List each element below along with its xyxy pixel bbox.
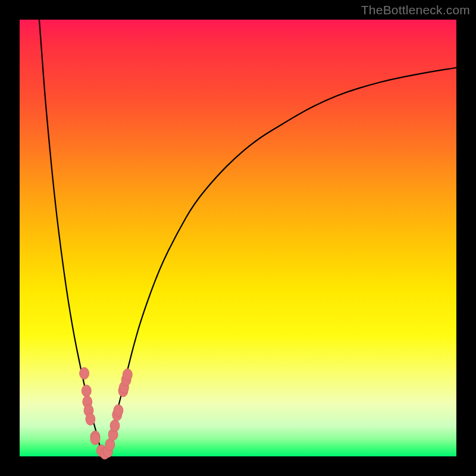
data-point bbox=[80, 368, 89, 380]
data-point bbox=[123, 369, 132, 381]
data-point bbox=[110, 420, 120, 432]
watermark-text: TheBottleneck.com bbox=[361, 3, 470, 17]
data-point bbox=[82, 385, 91, 397]
data-point bbox=[114, 405, 123, 416]
data-point bbox=[90, 433, 100, 445]
chart-svg bbox=[20, 20, 456, 456]
plot-area bbox=[20, 20, 456, 456]
data-points bbox=[80, 368, 133, 459]
data-point bbox=[86, 414, 95, 425]
bottleneck-curve bbox=[39, 20, 456, 456]
chart-frame: TheBottleneck.com bbox=[0, 0, 476, 476]
